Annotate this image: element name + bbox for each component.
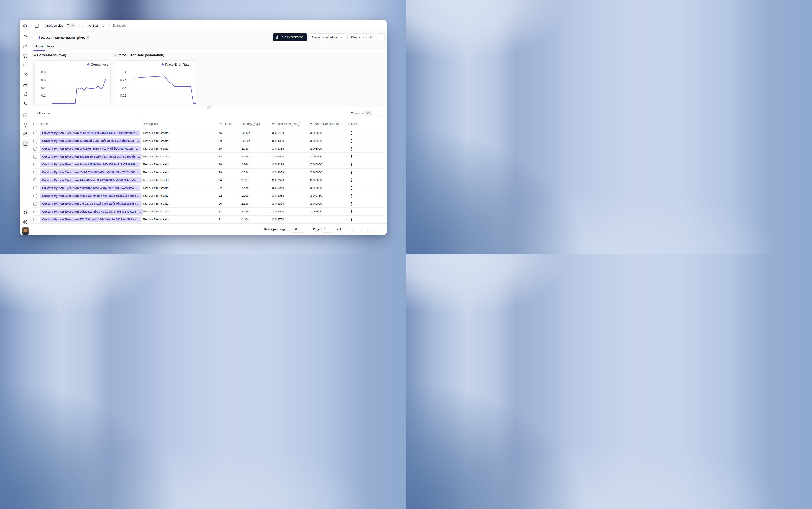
svg-text:0.2: 0.2 xyxy=(41,94,46,97)
svg-text:0.6: 0.6 xyxy=(41,78,46,81)
svg-text:0.5: 0.5 xyxy=(122,86,126,90)
svg-text:1: 1 xyxy=(125,70,126,74)
svg-text:0.8: 0.8 xyxy=(41,70,46,74)
svg-text:0.4: 0.4 xyxy=(41,86,46,90)
svg-text:0.75: 0.75 xyxy=(120,78,126,81)
svg-text:0.25: 0.25 xyxy=(120,94,126,97)
svg-text:Parse Error Rate: Parse Error Rate xyxy=(165,63,190,66)
svg-text:Correctness: Correctness xyxy=(91,63,108,66)
